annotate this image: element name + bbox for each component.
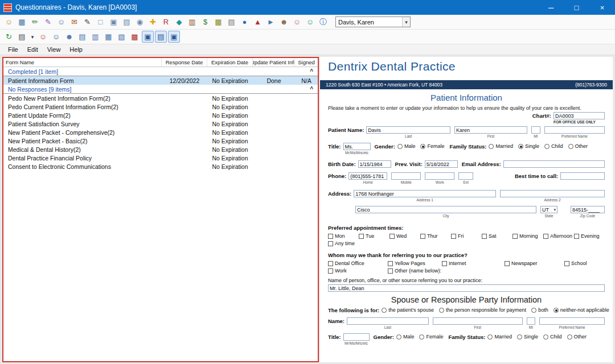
menu-item[interactable]: Edit (23, 46, 43, 53)
close-button[interactable]: × (589, 0, 615, 15)
delete-response-icon[interactable]: ▩ (129, 31, 141, 43)
radio-following-neither[interactable]: neither-not applicable (554, 307, 609, 314)
spouse-first-name-input[interactable] (433, 317, 523, 325)
chart-number-input[interactable] (554, 112, 605, 119)
spouse-last-name-input[interactable] (347, 317, 429, 325)
preferred-name-input[interactable] (544, 126, 605, 134)
table-row[interactable]: New Patient Packet - Basic(2) No Expirat… (3, 136, 318, 145)
website-manager-icon[interactable]: ● (239, 16, 251, 28)
first-name-input[interactable] (454, 126, 527, 134)
all-patients-icon[interactable]: ☻ (63, 31, 75, 43)
mobile-phone-input[interactable] (391, 172, 421, 180)
checkbox-appt-time[interactable]: Fri (451, 233, 482, 239)
column-header[interactable]: Update Patient Info (253, 58, 295, 67)
radio-gender-female[interactable]: Female (420, 143, 444, 150)
appointment-book-icon[interactable]: ▦ (16, 16, 28, 28)
collapse-chevron-icon[interactable]: ^ (310, 85, 313, 94)
radio-spouse-family-married[interactable]: Married (487, 333, 512, 341)
column-header[interactable]: Response Date (162, 58, 207, 67)
print-options-icon[interactable]: ▾ (29, 31, 36, 43)
view-both-icon[interactable]: ▦ (102, 31, 114, 43)
checkbox-referral-option[interactable]: Other (name below): (388, 268, 442, 274)
address2-input[interactable] (500, 190, 605, 197)
radio-following-both[interactable]: both (531, 307, 548, 314)
minimize-button[interactable]: ─ (538, 0, 564, 15)
spouse-mi-input[interactable] (527, 317, 535, 325)
collapse-chevron-icon[interactable]: ^ (310, 67, 313, 76)
patient-questionnaires-icon[interactable]: ☺ (50, 31, 62, 43)
view-forms-icon[interactable]: ▥ (89, 31, 101, 43)
zip-input[interactable] (571, 206, 605, 213)
prev-visit-input[interactable] (425, 160, 458, 168)
work-phone-input[interactable] (425, 172, 454, 180)
patient-selector[interactable]: Davis, Karen ▾ (335, 16, 411, 27)
menu-item[interactable]: View (43, 46, 65, 53)
document-center-icon[interactable]: ▥ (186, 16, 198, 28)
radio-spouse-gender-female[interactable]: Female (419, 333, 443, 341)
radio-spouse-gender-male[interactable]: Male (396, 333, 415, 341)
referrer-input[interactable] (328, 284, 605, 292)
column-header[interactable]: Form Name (3, 58, 162, 67)
mi-input[interactable] (531, 126, 540, 134)
print-icon[interactable]: ▤ (16, 31, 28, 43)
radio-family-other[interactable]: Other (568, 143, 588, 150)
group-completed[interactable]: Completed [1 item] ^ (3, 67, 318, 76)
table-row[interactable]: Patient Satisfaction Survey No Expiratio… (3, 119, 318, 128)
ext-input[interactable] (458, 172, 473, 180)
add-patient-icon[interactable]: ☺ (304, 16, 316, 28)
table-row[interactable]: Dental Practice Financial Policy No Expi… (3, 154, 318, 162)
collections-icon[interactable]: ▦ (212, 16, 224, 28)
table-row[interactable]: Patient Update Form(2) No Expiration (3, 111, 318, 119)
title-input[interactable] (343, 143, 371, 150)
prescriptions-icon[interactable]: R (160, 16, 172, 28)
spouse-preferred-name-input[interactable] (539, 317, 605, 325)
reports-icon[interactable]: ▲ (252, 16, 264, 28)
radio-spouse-family-single[interactable]: Single (517, 333, 538, 341)
edit-questionnaire-icon[interactable]: ✏ (29, 16, 41, 28)
screen-view-icon[interactable]: ◉ (134, 16, 146, 28)
table-row[interactable]: Medical & Dental History(2) No Expiratio… (3, 145, 318, 154)
birth-date-input[interactable] (358, 160, 391, 168)
ledger-icon[interactable]: $ (199, 16, 211, 28)
toggle-settings-icon[interactable]: ▣ (168, 31, 180, 43)
patient-alerts-icon[interactable]: ☺ (291, 16, 303, 28)
maximize-button[interactable]: □ (564, 0, 589, 15)
checkbox-appt-time[interactable]: Any time (328, 241, 359, 246)
checkbox-appt-time[interactable]: Mon (328, 233, 359, 239)
radio-following-spouse[interactable]: the patient's spouse (382, 307, 434, 314)
radio-spouse-family-child[interactable]: Child (543, 333, 562, 341)
manage-forms-icon[interactable]: ▧ (116, 31, 128, 43)
treatment-planner-icon[interactable]: □ (95, 16, 106, 28)
table-row[interactable]: Pedo New Patient Information Form(2) No … (3, 94, 318, 102)
sign-questionnaire-icon[interactable]: ✎ (42, 16, 54, 28)
checkbox-appt-time[interactable]: Afternoon (543, 233, 574, 239)
table-row[interactable]: Consent to Electronic Communications No … (3, 162, 318, 171)
checkbox-referral-option[interactable]: Internet (442, 260, 505, 266)
patient-picture-icon[interactable]: ☻ (278, 16, 290, 28)
email-input[interactable] (503, 160, 605, 168)
office-manager-icon[interactable]: ▤ (226, 16, 237, 28)
send-referral-icon[interactable]: ► (265, 16, 277, 28)
address1-input[interactable] (354, 190, 496, 197)
checkbox-appt-time[interactable]: Wed (390, 233, 420, 239)
best-time-input[interactable] (560, 172, 605, 180)
view-responses-icon[interactable]: ▤ (76, 31, 88, 43)
column-header[interactable]: Expiration Date (207, 58, 253, 67)
menu-item[interactable]: Help (65, 46, 87, 53)
toggle-form-view-icon[interactable]: ▤ (155, 31, 167, 43)
checkbox-appt-time[interactable]: Tue (359, 233, 390, 239)
spouse-title-input[interactable] (343, 333, 370, 341)
radio-following-payer[interactable]: the person responsible for payment (439, 307, 526, 314)
menu-item[interactable]: File (3, 46, 23, 53)
select-patient-icon[interactable]: ☺ (3, 16, 15, 28)
checkbox-referral-option[interactable]: School (564, 260, 605, 266)
quick-letters-icon[interactable]: ✉ (68, 16, 80, 28)
checkbox-appt-time[interactable]: Evening (574, 233, 605, 239)
radio-gender-male[interactable]: Male (397, 143, 416, 150)
help-info-icon[interactable]: ⓘ (317, 16, 329, 28)
state-select[interactable]: UT▾ (540, 206, 557, 213)
checkbox-referral-option[interactable]: Dental Office (328, 260, 388, 266)
questionnaire-window-icon[interactable]: ▤ (121, 16, 133, 28)
presenter-window-icon[interactable]: ▣ (108, 16, 120, 28)
new-form-icon[interactable]: ✚ (147, 16, 159, 28)
